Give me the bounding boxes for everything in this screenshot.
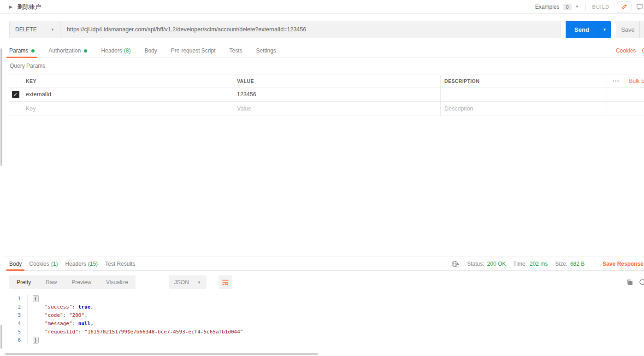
line-number: 6 bbox=[3, 336, 27, 344]
send-options-caret-icon[interactable]: ▼ bbox=[598, 21, 611, 38]
view-raw-button[interactable]: Raw bbox=[38, 275, 64, 289]
divider bbox=[596, 260, 596, 267]
search-icon bbox=[639, 279, 644, 286]
wrap-text-button[interactable] bbox=[219, 275, 232, 289]
response-status-bar: Status: 200 OK Time: 202 ms Size: 682 B … bbox=[451, 260, 644, 268]
tab-params-label: Params bbox=[9, 47, 28, 54]
tab-authorization-label: Authorization bbox=[48, 47, 81, 54]
send-button[interactable]: Send ▼ bbox=[566, 21, 611, 38]
param-value-cell[interactable]: 123456 bbox=[233, 88, 440, 101]
save-options-caret-icon[interactable]: ▼ bbox=[639, 21, 644, 38]
url-input[interactable]: https://cjl.idp4.idsmanager.com/api/bff/… bbox=[60, 21, 560, 38]
code-line: 6} bbox=[3, 336, 644, 344]
param-row: ✓ externalId 123456 bbox=[9, 88, 644, 102]
param-key-input-placeholder[interactable]: Key bbox=[22, 102, 233, 116]
url-group: DELETE ▼ https://cjl.idp4.idsmanager.com… bbox=[9, 21, 561, 38]
tab-tests[interactable]: Tests bbox=[229, 44, 242, 58]
tab-authorization[interactable]: Authorization bbox=[48, 44, 87, 58]
code-content: "code": "200", bbox=[31, 311, 88, 320]
tab-params[interactable]: Params bbox=[9, 44, 35, 58]
line-number: 4 bbox=[3, 320, 27, 328]
param-row-actions bbox=[607, 102, 644, 116]
fold-gutter[interactable] bbox=[27, 295, 31, 303]
code-line: 5"requestId": "1619702151799$e7b66348-bc… bbox=[3, 328, 644, 336]
request-links: Cookies Code bbox=[616, 47, 644, 54]
query-params-heading: Query Params bbox=[10, 63, 45, 69]
code-line: 4"message": null, bbox=[3, 320, 644, 328]
code-content: "message": null, bbox=[31, 320, 94, 328]
edit-request-button[interactable] bbox=[617, 1, 632, 12]
code-content: "requestId": "1619702151799$e7b66348-bce… bbox=[31, 328, 243, 336]
code-line: 1{ bbox=[3, 295, 644, 303]
code-line: 3"code": "200", bbox=[3, 311, 644, 320]
cookies-count: (1) bbox=[51, 261, 58, 267]
save-button[interactable]: Save ▼ bbox=[616, 21, 644, 38]
param-value-input-placeholder[interactable]: Value bbox=[233, 102, 440, 116]
tab-pre-request-script-label: Pre-request Script bbox=[171, 47, 216, 54]
network-info-button[interactable] bbox=[451, 260, 460, 268]
pencil-icon bbox=[621, 4, 627, 10]
tab-tests-label: Tests bbox=[229, 47, 242, 54]
bulk-edit-link[interactable]: Bulk Edit bbox=[629, 78, 644, 84]
response-tab-headers[interactable]: Headers (15) bbox=[65, 257, 98, 270]
format-caret-icon: ▼ bbox=[197, 280, 201, 285]
response-tab-test-results[interactable]: Test Results bbox=[105, 257, 135, 270]
tab-pre-request-script[interactable]: Pre-request Script bbox=[171, 44, 216, 58]
request-titlebar: ▶ 删除账户 Examples 0 ▼ BUILD bbox=[0, 0, 644, 14]
fold-gutter bbox=[27, 336, 31, 344]
column-header-value: VALUE bbox=[233, 75, 440, 87]
close-brace[interactable]: } bbox=[33, 337, 39, 344]
response-tab-body[interactable]: Body bbox=[9, 257, 22, 270]
collapse-caret-icon[interactable]: ▶ bbox=[9, 5, 12, 9]
open-brace[interactable]: { bbox=[33, 295, 39, 302]
code-link[interactable]: Code bbox=[642, 47, 644, 54]
examples-dropdown[interactable]: Examples bbox=[535, 4, 560, 10]
request-tabs: Params Authorization Headers (8) Body Pr… bbox=[3, 44, 644, 58]
response-tab-body-label: Body bbox=[9, 261, 22, 267]
query-params-table: KEY VALUE DESCRIPTION ••• Bulk Edit ✓ ex… bbox=[9, 75, 644, 116]
param-key-cell[interactable]: externalId bbox=[22, 88, 233, 101]
method-dropdown[interactable]: DELETE ▼ bbox=[10, 21, 60, 38]
status-label: Status: bbox=[467, 261, 484, 267]
copy-button[interactable] bbox=[626, 279, 633, 286]
view-visualize-button[interactable]: Visualize bbox=[99, 275, 136, 289]
tab-body[interactable]: Body bbox=[144, 44, 157, 58]
view-pretty-button[interactable]: Pretty bbox=[9, 275, 38, 289]
method-label: DELETE bbox=[15, 26, 37, 33]
time-label: Time: bbox=[513, 261, 527, 267]
horizontal-scrollbar-thumb[interactable] bbox=[5, 353, 318, 355]
tab-settings[interactable]: Settings bbox=[256, 44, 276, 58]
cookies-link[interactable]: Cookies bbox=[616, 47, 636, 54]
view-preview-button[interactable]: Preview bbox=[64, 275, 99, 289]
comment-button[interactable] bbox=[636, 3, 643, 10]
param-check-cell bbox=[9, 102, 22, 116]
globe-lock-icon bbox=[451, 260, 460, 268]
response-tab-cookies[interactable]: Cookies (1) bbox=[29, 257, 58, 270]
column-header-description: DESCRIPTION bbox=[440, 75, 607, 87]
param-description-input-placeholder[interactable]: Description bbox=[440, 102, 607, 116]
param-row-actions bbox=[607, 88, 644, 101]
examples-caret-icon[interactable]: ▼ bbox=[575, 5, 579, 9]
param-checkbox[interactable]: ✓ bbox=[12, 91, 19, 98]
code-line: 2"success": true, bbox=[3, 303, 644, 311]
left-scrollbar-thumb[interactable] bbox=[0, 48, 2, 166]
line-number: 2 bbox=[3, 303, 27, 311]
param-description-cell[interactable] bbox=[440, 88, 607, 101]
build-label: BUILD bbox=[592, 4, 609, 10]
examples-count-badge: 0 bbox=[563, 4, 572, 10]
line-number: 1 bbox=[3, 295, 27, 303]
method-caret-icon: ▼ bbox=[51, 28, 54, 32]
more-options-icon[interactable]: ••• bbox=[613, 79, 620, 83]
response-tab-cookies-label: Cookies bbox=[29, 261, 49, 267]
save-response-button[interactable]: Save Response bbox=[603, 261, 644, 267]
divider bbox=[585, 3, 586, 11]
wrap-text-icon bbox=[222, 279, 229, 286]
view-mode-group: Pretty Raw Preview Visualize bbox=[9, 275, 136, 289]
response-body-actions bbox=[626, 279, 644, 286]
copy-icon bbox=[626, 279, 633, 286]
api-client-app: ▶ 删除账户 Examples 0 ▼ BUILD DELETE ▼ https… bbox=[0, 0, 644, 356]
search-button[interactable] bbox=[639, 279, 644, 286]
left-scrollbar-thumb[interactable] bbox=[0, 325, 2, 349]
format-dropdown[interactable]: JSON ▼ bbox=[169, 275, 207, 289]
tab-headers[interactable]: Headers (8) bbox=[101, 44, 130, 58]
